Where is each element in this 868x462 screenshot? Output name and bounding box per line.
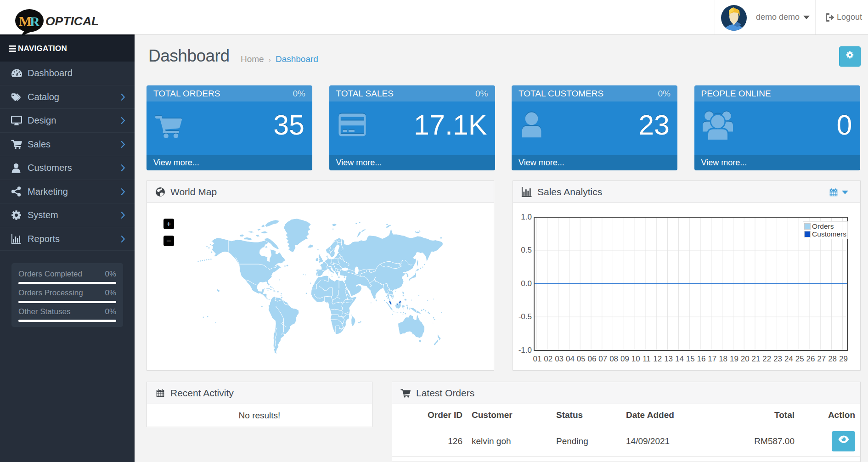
svg-text:OPTICAL: OPTICAL (45, 14, 99, 28)
svg-text:R: R (30, 14, 40, 29)
